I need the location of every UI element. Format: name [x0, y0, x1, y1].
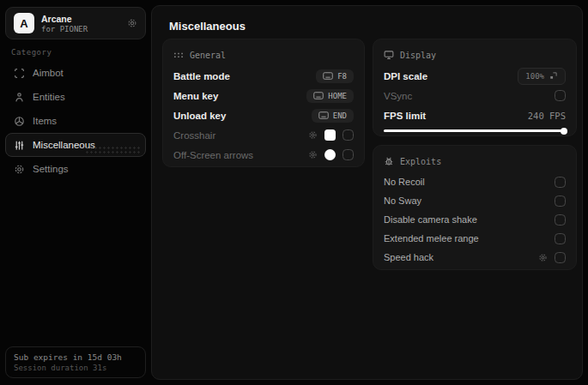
app-title: Arcane [41, 14, 88, 24]
crosshair-checkbox[interactable] [342, 129, 354, 141]
setting-row-speed-hack: Speed hack [384, 248, 566, 267]
sidebar-nav: Aimbot Entities Items M [5, 61, 146, 181]
no-recoil-checkbox[interactable] [555, 177, 566, 188]
setting-row-no-sway: No Sway [384, 191, 566, 210]
sidebar-item-miscellaneous[interactable]: Miscellaneous [5, 133, 146, 157]
keybind-value: F8 [337, 72, 347, 81]
gear-icon[interactable] [308, 150, 318, 159]
sliders-icon [14, 140, 25, 151]
fps-slider-knob[interactable] [561, 128, 567, 135]
offscreen-arrows-checkbox[interactable] [342, 149, 354, 160]
category-label: Category [11, 48, 52, 57]
setting-label: Menu key [173, 91, 218, 101]
gear-icon[interactable] [538, 253, 548, 262]
setting-label: No Recoil [384, 177, 425, 187]
keybind-chip[interactable]: HOME [306, 89, 354, 103]
row-controls [308, 129, 354, 141]
extended-melee-range-checkbox[interactable] [555, 233, 566, 244]
display-card-header: Display [384, 47, 566, 63]
setting-row-dpi-scale: DPI scale 100% [384, 66, 566, 86]
setting-label: VSync [384, 91, 412, 101]
exploits-card-title: Exploits [400, 157, 441, 166]
dpi-scale-value: 100% [525, 72, 544, 81]
setting-row-menu-key: Menu key HOME [173, 86, 354, 105]
setting-row-disable-camera-shake: Disable camera shake [384, 210, 566, 229]
app-meta: Arcane for PIONER [41, 14, 88, 33]
color-swatch[interactable] [324, 149, 336, 160]
keybind-value: END [333, 111, 347, 120]
setting-label: No Sway [384, 196, 421, 206]
setting-row-no-recoil: No Recoil [384, 172, 566, 191]
speed-hack-checkbox[interactable] [555, 252, 566, 263]
keybind-chip[interactable]: F8 [316, 69, 354, 83]
sidebar-item-settings[interactable]: Settings [5, 157, 146, 181]
setting-row-offscreen-arrows: Off-Screen arrows [173, 145, 354, 165]
color-swatch[interactable] [324, 129, 336, 141]
bug-icon [384, 156, 394, 166]
monitor-icon [384, 50, 394, 60]
sidebar-item-aimbot[interactable]: Aimbot [5, 61, 146, 85]
subscription-card: Sub expires in 15d 03h Session duration … [5, 346, 146, 378]
app-logo: A [14, 13, 34, 33]
general-card-title: General [190, 51, 226, 60]
disable-camera-shake-checkbox[interactable] [555, 214, 566, 226]
sidebar-item-label: Settings [33, 164, 69, 174]
setting-label: Speed hack [384, 252, 433, 262]
setting-label: Unload key [173, 111, 226, 121]
display-card-title: Display [400, 51, 436, 60]
setting-row-battle-mode: Battle mode F8 [173, 66, 354, 86]
keybind-value: HOME [328, 92, 347, 100]
gear-icon[interactable] [308, 130, 318, 140]
row-controls [308, 149, 354, 160]
exploits-card: Exploits No Recoil No Sway Disable camer… [373, 145, 577, 270]
keyboard-icon [323, 72, 333, 80]
package-icon [14, 116, 25, 127]
keyboard-icon [313, 92, 324, 99]
sidebar: A Arcane for PIONER Category Aimbot [0, 0, 151, 385]
keybind-chip[interactable]: END [312, 109, 354, 123]
keyboard-icon [318, 111, 329, 119]
sidebar-item-items[interactable]: Items [5, 109, 146, 133]
setting-row-fps-limit: FPS limit 240 FPS [384, 105, 566, 125]
sidebar-item-label: Aimbot [33, 68, 64, 78]
setting-label: Off-Screen arrows [173, 150, 253, 160]
grid-dots-icon [173, 50, 184, 60]
sub-expires-text: Sub expires in 15d 03h [14, 352, 137, 362]
general-card-header: General [173, 47, 354, 63]
sidebar-item-label: Miscellaneous [33, 140, 95, 150]
setting-row-vsync: VSync [384, 86, 566, 105]
gear-icon[interactable] [127, 18, 137, 28]
setting-label: Crosshair [173, 130, 215, 141]
fps-limit-slider[interactable] [384, 129, 566, 132]
sidebar-item-entities[interactable]: Entities [5, 85, 146, 109]
display-card: Display DPI scale 100% VSync FPS limit 2… [373, 39, 577, 136]
setting-label: Battle mode [173, 71, 230, 81]
app-header-card: A Arcane for PIONER [5, 7, 146, 39]
no-sway-checkbox[interactable] [555, 196, 566, 207]
setting-label: Disable camera shake [384, 214, 477, 225]
setting-label: DPI scale [384, 71, 427, 81]
fps-slider-fill [384, 129, 566, 132]
fps-limit-value: 240 FPS [528, 111, 566, 121]
setting-row-unload-key: Unload key END [173, 105, 354, 125]
sidebar-item-label: Entities [33, 92, 65, 102]
scan-icon [14, 68, 25, 79]
scale-icon [549, 71, 558, 81]
vsync-checkbox[interactable] [555, 90, 566, 101]
setting-row-crosshair: Crosshair [173, 125, 354, 145]
setting-row-extended-melee-range: Extended melee range [384, 229, 566, 248]
setting-label: Extended melee range [384, 233, 479, 244]
app-subtitle: for PIONER [41, 25, 88, 33]
session-duration-text: Session duration 31s [14, 364, 137, 372]
general-card: General Battle mode F8 Menu key [162, 39, 365, 167]
main-panel: Miscellaneous General Battle mode F8 [151, 5, 583, 380]
setting-label: FPS limit [384, 111, 426, 121]
row-controls [538, 252, 566, 263]
entities-icon [14, 92, 25, 103]
sidebar-item-label: Items [33, 116, 57, 126]
exploits-card-header: Exploits [384, 153, 566, 169]
dpi-scale-select[interactable]: 100% [518, 68, 566, 85]
page-title: Miscellaneous [169, 20, 246, 33]
gear-icon [14, 164, 25, 175]
